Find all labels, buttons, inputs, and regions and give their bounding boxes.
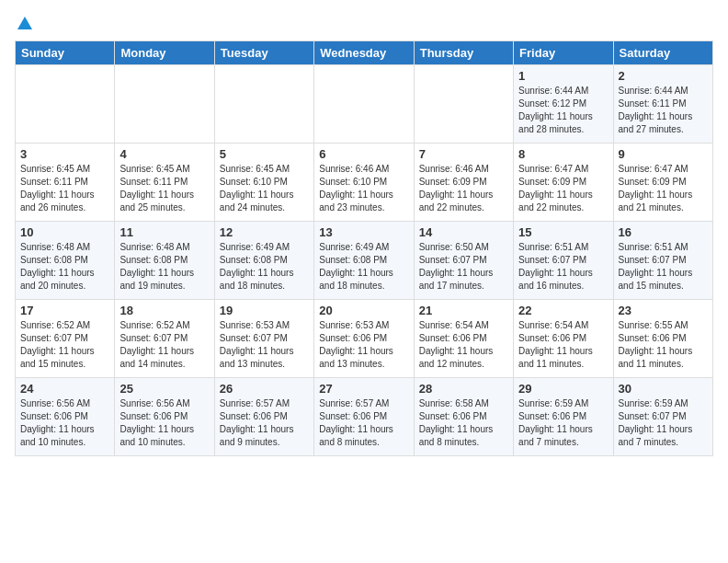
cell-w2-d2: 5Sunrise: 6:45 AM Sunset: 6:10 PM Daylig… — [214, 144, 313, 222]
cell-w2-d4: 7Sunrise: 6:46 AM Sunset: 6:09 PM Daylig… — [414, 144, 513, 222]
cell-w5-d1: 25Sunrise: 6:56 AM Sunset: 6:06 PM Dayli… — [115, 378, 214, 456]
day-info: Sunrise: 6:52 AM Sunset: 6:07 PM Dayligh… — [20, 319, 109, 371]
header-thursday: Thursday — [414, 41, 513, 65]
day-info: Sunrise: 6:45 AM Sunset: 6:10 PM Dayligh… — [220, 163, 309, 214]
day-number: 11 — [119, 225, 209, 239]
cell-w1-d6: 2Sunrise: 6:44 AM Sunset: 6:11 PM Daylig… — [613, 65, 712, 144]
page-header — [15, 15, 713, 31]
cell-w4-d3: 20Sunrise: 6:53 AM Sunset: 6:06 PM Dayli… — [314, 300, 414, 378]
header-monday: Monday — [115, 41, 214, 65]
day-number: 23 — [619, 304, 708, 317]
cell-w5-d5: 29Sunrise: 6:59 AM Sunset: 6:06 PM Dayli… — [514, 378, 613, 456]
day-info: Sunrise: 6:55 AM Sunset: 6:06 PM Dayligh… — [619, 319, 708, 371]
week-row-1: 1Sunrise: 6:44 AM Sunset: 6:12 PM Daylig… — [16, 65, 713, 144]
cell-w5-d4: 28Sunrise: 6:58 AM Sunset: 6:06 PM Dayli… — [414, 378, 513, 456]
cell-w5-d2: 26Sunrise: 6:57 AM Sunset: 6:06 PM Dayli… — [214, 378, 313, 456]
cell-w4-d6: 23Sunrise: 6:55 AM Sunset: 6:06 PM Dayli… — [613, 300, 712, 378]
day-number: 13 — [319, 225, 408, 239]
cell-w4-d2: 19Sunrise: 6:53 AM Sunset: 6:07 PM Dayli… — [214, 300, 313, 378]
day-number: 10 — [20, 225, 109, 239]
day-number: 29 — [518, 382, 608, 396]
day-number: 8 — [518, 147, 608, 161]
day-number: 7 — [419, 147, 508, 161]
day-number: 5 — [220, 147, 309, 161]
header-wednesday: Wednesday — [314, 41, 414, 65]
day-number: 1 — [518, 69, 608, 83]
cell-w2-d3: 6Sunrise: 6:46 AM Sunset: 6:10 PM Daylig… — [314, 144, 414, 222]
cell-w2-d0: 3Sunrise: 6:45 AM Sunset: 6:11 PM Daylig… — [16, 144, 115, 222]
day-number: 24 — [20, 382, 109, 396]
day-info: Sunrise: 6:56 AM Sunset: 6:06 PM Dayligh… — [119, 397, 209, 449]
day-number: 22 — [518, 304, 608, 317]
day-info: Sunrise: 6:57 AM Sunset: 6:06 PM Dayligh… — [220, 397, 309, 449]
day-info: Sunrise: 6:57 AM Sunset: 6:06 PM Dayligh… — [319, 397, 408, 449]
week-row-5: 24Sunrise: 6:56 AM Sunset: 6:06 PM Dayli… — [16, 378, 713, 456]
day-number: 19 — [220, 304, 309, 317]
day-number: 21 — [419, 304, 508, 317]
day-info: Sunrise: 6:47 AM Sunset: 6:09 PM Dayligh… — [518, 163, 608, 214]
day-info: Sunrise: 6:48 AM Sunset: 6:08 PM Dayligh… — [119, 241, 209, 293]
cell-w3-d0: 10Sunrise: 6:48 AM Sunset: 6:08 PM Dayli… — [16, 222, 115, 300]
day-number: 26 — [220, 382, 309, 396]
logo — [15, 15, 33, 31]
svg-marker-0 — [17, 17, 32, 29]
cell-w1-d0 — [16, 65, 115, 144]
cell-w5-d0: 24Sunrise: 6:56 AM Sunset: 6:06 PM Dayli… — [16, 378, 115, 456]
day-number: 2 — [619, 69, 708, 83]
day-info: Sunrise: 6:48 AM Sunset: 6:08 PM Dayligh… — [20, 241, 109, 293]
day-info: Sunrise: 6:45 AM Sunset: 6:11 PM Dayligh… — [20, 163, 109, 214]
calendar-table: SundayMondayTuesdayWednesdayThursdayFrid… — [15, 40, 713, 456]
day-info: Sunrise: 6:59 AM Sunset: 6:07 PM Dayligh… — [619, 397, 708, 449]
cell-w3-d1: 11Sunrise: 6:48 AM Sunset: 6:08 PM Dayli… — [115, 222, 214, 300]
cell-w2-d6: 9Sunrise: 6:47 AM Sunset: 6:09 PM Daylig… — [613, 144, 712, 222]
cell-w3-d6: 16Sunrise: 6:51 AM Sunset: 6:07 PM Dayli… — [613, 222, 712, 300]
day-info: Sunrise: 6:53 AM Sunset: 6:06 PM Dayligh… — [319, 319, 408, 371]
day-number: 25 — [119, 382, 209, 396]
day-info: Sunrise: 6:51 AM Sunset: 6:07 PM Dayligh… — [518, 241, 608, 293]
day-info: Sunrise: 6:49 AM Sunset: 6:08 PM Dayligh… — [220, 241, 309, 293]
day-info: Sunrise: 6:47 AM Sunset: 6:09 PM Dayligh… — [619, 163, 708, 214]
cell-w1-d2 — [214, 65, 313, 144]
week-row-3: 10Sunrise: 6:48 AM Sunset: 6:08 PM Dayli… — [16, 222, 713, 300]
day-number: 14 — [419, 225, 508, 239]
day-info: Sunrise: 6:46 AM Sunset: 6:09 PM Dayligh… — [419, 163, 508, 214]
cell-w3-d4: 14Sunrise: 6:50 AM Sunset: 6:07 PM Dayli… — [414, 222, 513, 300]
cell-w2-d1: 4Sunrise: 6:45 AM Sunset: 6:11 PM Daylig… — [115, 144, 214, 222]
day-info: Sunrise: 6:54 AM Sunset: 6:06 PM Dayligh… — [518, 319, 608, 371]
header-tuesday: Tuesday — [214, 41, 313, 65]
header-saturday: Saturday — [613, 41, 712, 65]
day-number: 15 — [518, 225, 608, 239]
day-number: 28 — [419, 382, 508, 396]
day-number: 9 — [619, 147, 708, 161]
cell-w4-d0: 17Sunrise: 6:52 AM Sunset: 6:07 PM Dayli… — [16, 300, 115, 378]
day-info: Sunrise: 6:51 AM Sunset: 6:07 PM Dayligh… — [619, 241, 708, 293]
cell-w5-d6: 30Sunrise: 6:59 AM Sunset: 6:07 PM Dayli… — [613, 378, 712, 456]
day-info: Sunrise: 6:49 AM Sunset: 6:08 PM Dayligh… — [319, 241, 408, 293]
cell-w3-d5: 15Sunrise: 6:51 AM Sunset: 6:07 PM Dayli… — [514, 222, 613, 300]
day-info: Sunrise: 6:52 AM Sunset: 6:07 PM Dayligh… — [119, 319, 209, 371]
cell-w5-d3: 27Sunrise: 6:57 AM Sunset: 6:06 PM Dayli… — [314, 378, 414, 456]
day-number: 16 — [619, 225, 708, 239]
cell-w2-d5: 8Sunrise: 6:47 AM Sunset: 6:09 PM Daylig… — [514, 144, 613, 222]
day-info: Sunrise: 6:46 AM Sunset: 6:10 PM Dayligh… — [319, 163, 408, 214]
week-row-2: 3Sunrise: 6:45 AM Sunset: 6:11 PM Daylig… — [16, 144, 713, 222]
day-number: 12 — [220, 225, 309, 239]
header-friday: Friday — [514, 41, 613, 65]
day-number: 4 — [119, 147, 209, 161]
day-number: 17 — [20, 304, 109, 317]
day-info: Sunrise: 6:44 AM Sunset: 6:11 PM Dayligh… — [619, 85, 708, 136]
week-row-4: 17Sunrise: 6:52 AM Sunset: 6:07 PM Dayli… — [16, 300, 713, 378]
day-number: 18 — [119, 304, 209, 317]
cell-w1-d3 — [314, 65, 414, 144]
logo-icon — [17, 15, 33, 31]
day-info: Sunrise: 6:59 AM Sunset: 6:06 PM Dayligh… — [518, 397, 608, 449]
day-number: 6 — [319, 147, 408, 161]
cell-w1-d1 — [115, 65, 214, 144]
day-number: 27 — [319, 382, 408, 396]
day-info: Sunrise: 6:58 AM Sunset: 6:06 PM Dayligh… — [419, 397, 508, 449]
day-info: Sunrise: 6:45 AM Sunset: 6:11 PM Dayligh… — [119, 163, 209, 214]
day-info: Sunrise: 6:53 AM Sunset: 6:07 PM Dayligh… — [220, 319, 309, 371]
cell-w1-d5: 1Sunrise: 6:44 AM Sunset: 6:12 PM Daylig… — [514, 65, 613, 144]
day-info: Sunrise: 6:56 AM Sunset: 6:06 PM Dayligh… — [20, 397, 109, 449]
day-info: Sunrise: 6:54 AM Sunset: 6:06 PM Dayligh… — [419, 319, 508, 371]
